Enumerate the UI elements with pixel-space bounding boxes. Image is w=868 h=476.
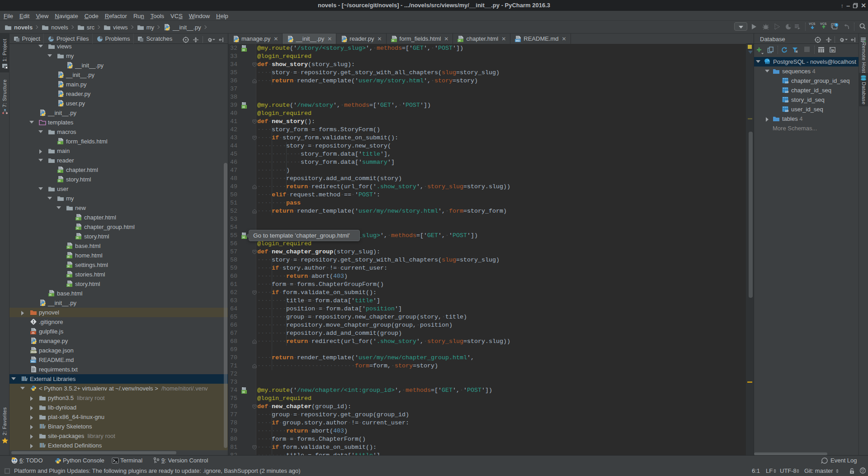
svg-text:MD: MD [31,360,36,363]
svg-text:VCS: VCS [809,22,816,25]
svg-text:H: H [76,217,79,220]
svg-text:H: H [67,246,70,249]
svg-text:123: 123 [785,91,788,93]
svg-text:JS: JS [32,332,35,334]
svg-text:H: H [67,255,70,258]
svg-text:H: H [242,236,245,239]
svg-text:H: H [76,227,79,230]
svg-text:H: H [49,293,52,296]
svg-text:JSON: JSON [31,351,37,353]
svg-text:H: H [242,48,245,52]
svg-text:H: H [67,265,70,268]
svg-text:MD: MD [516,39,520,42]
svg-text:H: H [392,39,394,42]
svg-text:H: H [242,105,245,109]
svg-text:H: H [58,141,61,144]
svg-text:H: H [58,170,61,173]
svg-text:123: 123 [785,110,788,112]
svg-text:H: H [58,179,61,182]
svg-text:123: 123 [785,81,788,84]
svg-text:123: 123 [785,100,788,103]
svg-text:VCS: VCS [820,22,827,25]
svg-text:H: H [67,284,70,287]
svg-text:H: H [458,39,461,42]
svg-text:H: H [67,274,70,277]
svg-text:H: H [242,390,245,394]
svg-text:H: H [76,236,79,239]
